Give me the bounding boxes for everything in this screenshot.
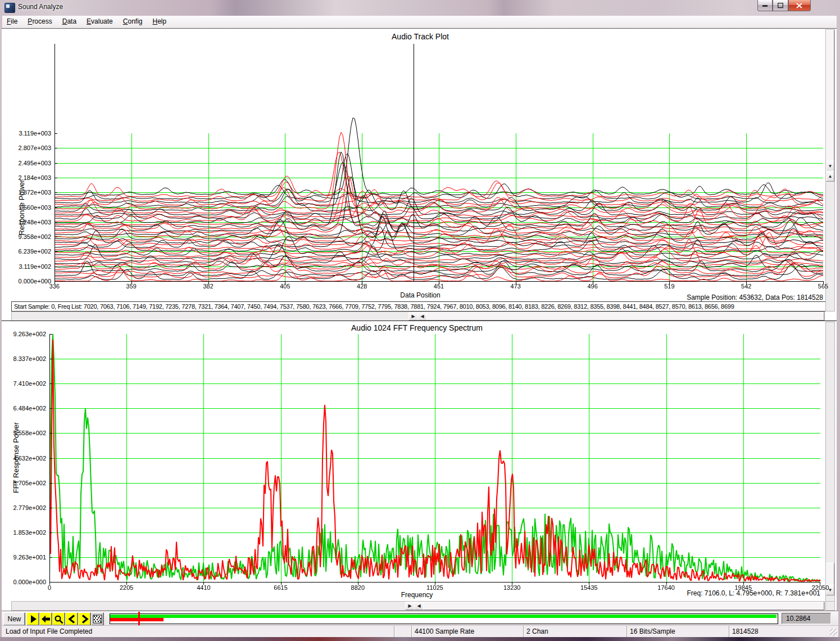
status-bar: Load of Input File Completed44100 Sample…	[2, 625, 838, 638]
x-tick-label: 6615	[274, 584, 287, 591]
new-button-label: New	[7, 615, 21, 623]
position-progress-bar[interactable]	[110, 613, 778, 624]
track-plot-canvas[interactable]	[55, 44, 824, 285]
track-v-scrollbar[interactable]: ▼ ▲	[825, 29, 835, 312]
position-value-box: 10.2864	[782, 613, 831, 624]
menu-item-data[interactable]: Data	[57, 16, 81, 28]
x-tick-label: 4410	[197, 584, 210, 591]
prev-button[interactable]	[65, 612, 78, 626]
scrollbar-corner	[825, 601, 835, 611]
status-message: Load of Input File Completed	[3, 626, 397, 637]
sample-position-info: Sample Position: 453632, Data Pos: 18145…	[542, 294, 823, 301]
scroll-left-button[interactable]: ◀	[414, 602, 424, 610]
close-button[interactable]	[788, 0, 811, 11]
window-controls	[757, 0, 811, 11]
menu-item-help[interactable]: Help	[148, 16, 172, 28]
scroll-right-button[interactable]: ▶	[408, 312, 418, 320]
app-icon	[4, 3, 15, 13]
x-tick-label: 19845	[735, 584, 752, 591]
menu-item-mnemonic: H	[153, 17, 158, 25]
y-tick-label: 3.119e+002	[14, 263, 51, 270]
new-button[interactable]: New	[3, 612, 25, 626]
track-h-scrollbar[interactable]: ▶ ◀	[11, 312, 825, 321]
y-tick-label: 2.184e+003	[14, 174, 51, 181]
x-tick-label: 15435	[580, 584, 598, 591]
y-tick-label: 9.263e+002	[9, 331, 46, 337]
y-tick-label: 4.632e+002	[9, 455, 46, 462]
window-border-bottom	[0, 637, 840, 641]
scroll-up-icon: ▲	[828, 174, 833, 179]
total-samples-field: 1814528	[729, 626, 824, 637]
fft-h-scrollbar-thumb[interactable]	[423, 602, 824, 610]
scroll-right-icon: ▶	[411, 314, 415, 319]
zoom-button[interactable]	[52, 612, 65, 626]
scroll-right-button[interactable]: ▶	[405, 602, 415, 610]
menu-item-label: rocess	[32, 17, 52, 25]
menu-item-file[interactable]: File	[2, 16, 22, 28]
y-tick-label: 3.119e+003	[14, 130, 51, 137]
fft-v-scrollbar-thumb[interactable]	[826, 563, 834, 585]
track-v-scrollbar-thumb[interactable]	[826, 30, 834, 161]
x-tick-label: 336	[49, 283, 60, 290]
y-tick-label: 8.337e+002	[9, 355, 46, 362]
fft-plot-title: Audio 1024 FFT Frequency Spectrum	[351, 323, 483, 332]
scroll-up-button[interactable]: ▲	[826, 171, 834, 182]
chevron-left-icon	[67, 615, 76, 624]
spectrogram-button[interactable]	[91, 612, 104, 626]
y-tick-label: 9.358e+002	[14, 233, 51, 240]
minimize-button[interactable]	[757, 0, 773, 11]
x-tick-label: 428	[357, 283, 367, 290]
y-tick-label: 1.872e+003	[14, 189, 51, 196]
arrow-left-icon	[41, 615, 51, 624]
back-button[interactable]	[39, 612, 52, 626]
y-tick-label: 1.560e+003	[14, 204, 51, 211]
x-tick-label: 13230	[503, 584, 521, 591]
y-tick-label: 0.000e+000	[9, 579, 46, 585]
maximize-button[interactable]	[773, 0, 788, 11]
position-marker[interactable]	[138, 612, 140, 625]
resize-grip[interactable]	[830, 629, 837, 636]
y-tick-label: 9.263e+001	[9, 554, 46, 561]
y-tick-label: 2.495e+003	[14, 160, 51, 166]
x-tick-label: 496	[587, 283, 597, 290]
scroll-down-button[interactable]: ▼	[826, 161, 834, 171]
x-tick-label: 382	[203, 283, 213, 290]
x-tick-label: 359	[126, 283, 137, 290]
fft-h-scrollbar[interactable]: ▶ ◀	[11, 601, 825, 611]
pattern-icon	[93, 615, 102, 624]
window-border-right	[837, 16, 840, 637]
bits-per-sample-field: 16 Bits/Sample	[626, 626, 732, 637]
y-tick-label: 1.248e+003	[14, 219, 51, 225]
x-tick-label: 565	[818, 283, 828, 290]
x-tick-label: 17640	[657, 584, 675, 591]
app-window: Sound Analyze FileProcessDataEvaluateCon…	[0, 0, 840, 641]
progress-red-bar	[110, 618, 164, 621]
fft-v-scrollbar[interactable]: ▼	[825, 322, 835, 602]
y-tick-label: 3.705e+002	[9, 480, 46, 486]
next-button[interactable]	[78, 612, 91, 626]
title-bar[interactable]: Sound Analyze	[0, 0, 840, 16]
zoom-icon	[54, 615, 63, 624]
x-tick-label: 0	[48, 584, 51, 591]
freq-list-status: Start Sample: 0, Freq List: 7020, 7063, …	[11, 301, 827, 312]
track-h-scrollbar-thumb[interactable]	[426, 312, 824, 320]
sample-rate-field: 44100 Sample Rate	[411, 626, 526, 637]
panel-divider	[2, 320, 837, 321]
progress-green-bar	[110, 615, 777, 618]
play-button[interactable]	[26, 612, 39, 626]
channels-field: 2 Chan	[523, 626, 630, 637]
menu-bar: FileProcessDataEvaluateConfigHelp	[2, 16, 838, 29]
y-tick-label: 7.410e+002	[9, 380, 46, 387]
close-icon	[796, 3, 802, 8]
menu-item-config[interactable]: Config	[118, 16, 148, 28]
y-tick-label: 5.558e+002	[9, 430, 46, 436]
menu-item-evaluate[interactable]: Evaluate	[81, 16, 118, 28]
x-tick-label: 451	[434, 283, 444, 290]
y-tick-label: 0.000e+000	[14, 278, 51, 285]
fft-plot-canvas[interactable]	[49, 334, 821, 585]
menu-item-process[interactable]: Process	[22, 16, 57, 28]
y-tick-label: 2.779e+002	[9, 504, 46, 511]
maximize-icon	[778, 3, 783, 8]
scroll-left-button[interactable]: ◀	[417, 312, 427, 320]
y-tick-label: 6.484e+002	[9, 405, 46, 412]
